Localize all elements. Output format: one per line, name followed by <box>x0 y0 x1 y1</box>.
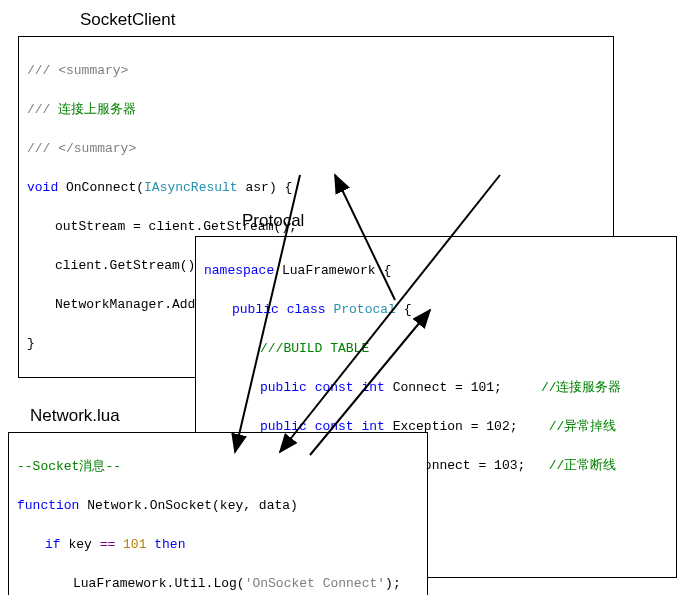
code-text: //正常断线 <box>549 458 617 473</box>
code-text: if <box>45 537 61 552</box>
code-text: Connect = 101; <box>385 380 541 395</box>
code-text <box>307 380 315 395</box>
code-text: asr) { <box>238 180 293 195</box>
code-text: LuaFramework { <box>274 263 391 278</box>
code-text: { <box>396 302 412 317</box>
code-text: ///BUILD TABLE <box>204 339 369 359</box>
code-text: int <box>361 380 384 395</box>
code-text: 101 <box>123 537 146 552</box>
code-text <box>115 537 123 552</box>
code-text: Network.OnSocket(key, data) <box>79 498 297 513</box>
code-text: ); <box>385 576 401 591</box>
code-text: public <box>260 380 307 395</box>
code-text <box>279 302 287 317</box>
code-text: } <box>27 336 35 351</box>
code-text: LuaFramework.Util.Log( <box>73 576 245 591</box>
code-text: //异常掉线 <box>549 419 617 434</box>
code-text: /// <box>27 102 58 117</box>
code-text: == <box>100 537 116 552</box>
code-text: IAsyncResult <box>144 180 238 195</box>
code-text: --Socket消息-- <box>17 459 121 474</box>
code-text: 'OnSocket Connect' <box>245 576 385 591</box>
code-text: /// <summary> <box>27 63 128 78</box>
code-text: //连接服务器 <box>541 380 622 395</box>
code-text: public <box>232 302 279 317</box>
code-text: void <box>27 180 58 195</box>
code-text: function <box>17 498 79 513</box>
code-text: then <box>154 537 185 552</box>
code-text: namespace <box>204 263 274 278</box>
code-text: const <box>315 380 354 395</box>
socketclient-title: SocketClient <box>80 10 175 30</box>
code-text: key <box>61 537 100 552</box>
code-text: /// </summary> <box>27 141 136 156</box>
code-text: Protocal <box>333 302 395 317</box>
code-text: OnConnect( <box>58 180 144 195</box>
code-text: 连接上服务器 <box>58 102 136 117</box>
network-title: Network.lua <box>30 406 120 426</box>
code-text: class <box>287 302 326 317</box>
network-code: --Socket消息-- function Network.OnSocket(k… <box>8 432 428 595</box>
protocal-title: Protocal <box>242 211 304 231</box>
